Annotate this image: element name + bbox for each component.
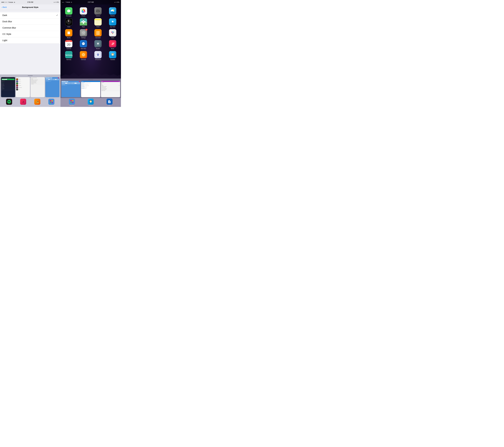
- dock-item-tweetbot-right[interactable]: Tweetbot: [88, 98, 94, 106]
- app-appstore[interactable]: App Store: [105, 18, 120, 28]
- slack-icon: S: [109, 29, 116, 37]
- app-overcast[interactable]: Overcast: [76, 50, 91, 61]
- album-row: Addicted to YouAvicii: [16, 80, 30, 82]
- svg-point-71: [83, 43, 83, 44]
- svg-point-105: [90, 101, 92, 102]
- album-thumb: [16, 84, 18, 86]
- status-bar-left: T-Mobile ⊛ 2:56 AM ➤ ⚯ 23%: [0, 0, 60, 4]
- calendar-day: 20: [65, 42, 72, 47]
- shuffle-play-button[interactable]: ▶ SHUFFLE PLAY: [2, 79, 7, 80]
- back-button[interactable]: ‹ Back: [2, 6, 7, 8]
- settings-label-cc-style: CC Style: [2, 33, 11, 36]
- app-notes[interactable]: Notes: [91, 18, 105, 28]
- svg-text:−: −: [99, 32, 99, 32]
- dock-item-overcast[interactable]: 📻 Overcast: [34, 99, 40, 106]
- drag-handle-right[interactable]: [60, 78, 121, 80]
- app-camera[interactable]: Camera: [91, 6, 105, 18]
- bluetooth-icon-right: ⚯: [115, 1, 116, 3]
- multitask-card-workflow[interactable]: My Workflow Gallery +: [61, 81, 80, 97]
- app-card-spotify[interactable]: VIRGINIA 2K16 ▶ SHUFFLE PLAY Ocean Repea…: [1, 77, 15, 97]
- svg-point-72: [84, 43, 84, 44]
- app-clock[interactable]: 12 3 6 9 Clock: [61, 18, 76, 28]
- overcast-screen: Accidental Tech Podcast 106: Minute 105:…: [31, 77, 45, 97]
- app-messages[interactable]: Messages: [61, 6, 76, 18]
- status-right-info: ➤ ⚯ 23%: [114, 1, 119, 3]
- dot1: [2, 2, 2, 3]
- left-panel: T-Mobile ⊛ 2:56 AM ➤ ⚯ 23% ‹ Back Backgr…: [0, 0, 60, 107]
- ibooks-label: iBooks: [67, 37, 71, 39]
- podcast-item: 106: Minute: [31, 78, 44, 79]
- overcast-dock-label: Overcast: [35, 105, 39, 106]
- svg-rect-100: [72, 100, 73, 101]
- notes-icon: [94, 18, 102, 25]
- calendar-label: Calendar: [66, 48, 71, 49]
- album-info: Agentis RybynSigur Ros: [18, 83, 21, 84]
- settings-label-light: Light: [2, 39, 7, 42]
- drag-pill-right: [88, 79, 93, 80]
- podcast-item: 102: Marco is Not a Platform: [31, 81, 44, 82]
- settings-icon: 1: [80, 29, 87, 37]
- workflow-right-label: Workflow: [70, 105, 74, 106]
- maps-label: Maps: [82, 26, 85, 28]
- if-item: com.apple.able.internal.plist: [101, 89, 120, 90]
- app-harmony[interactable]: Harmony Harmony: [61, 50, 76, 61]
- app-weather[interactable]: Weather: [105, 6, 120, 18]
- settings-item-dark[interactable]: Dark ✓: [0, 12, 60, 19]
- nav-title: Background Style: [22, 6, 38, 8]
- dock-item-music[interactable]: ♪ Music: [20, 99, 26, 106]
- app-1password[interactable]: 1Password: [91, 50, 105, 61]
- svg-text:280: 280: [83, 21, 84, 22]
- app-reeder[interactable]: Reeder: [91, 39, 105, 50]
- settings-item-dock-blur[interactable]: Dock Blur: [0, 19, 60, 25]
- dot2: [3, 2, 4, 3]
- drag-handle-left[interactable]: [0, 75, 60, 76]
- appstore-label: App Store: [110, 26, 115, 28]
- app-card-workflow[interactable]: My Workflow Gallery +: [45, 77, 59, 97]
- list-item: Penelope: [2, 81, 15, 82]
- settings-item-common-blur[interactable]: Common Blur: [0, 25, 60, 31]
- settings-item-light[interactable]: Light: [0, 37, 60, 43]
- app-music[interactable]: Music: [105, 39, 120, 50]
- app-ibooks[interactable]: iBooks: [61, 28, 76, 39]
- app-calculator[interactable]: +−×= Calculator: [91, 28, 105, 39]
- weather-icon: [109, 7, 116, 15]
- app-photos[interactable]: Photos: [76, 6, 91, 18]
- ifile-right-icon: [107, 98, 112, 105]
- svg-rect-102: [72, 102, 73, 103]
- dot3: [4, 2, 5, 3]
- list-item: Nocturne: [2, 86, 15, 87]
- dock-item-workflow[interactable]: Workflow: [48, 99, 54, 106]
- tweetbot-icon: [109, 51, 116, 58]
- svg-text:=: =: [99, 33, 99, 34]
- time-left: 2:56 AM: [27, 1, 33, 3]
- multitask-card-tweetbot[interactable]: Timeline @redditjailbreakWho else will b…: [81, 81, 100, 97]
- dock-item-workflow-right[interactable]: Workflow: [69, 98, 75, 106]
- ibooks-icon: [65, 29, 72, 37]
- dock-item-ifile-right[interactable]: iFile: [107, 98, 112, 106]
- app-card-overcast[interactable]: Accidental Tech Podcast 106: Minute 105:…: [31, 77, 45, 97]
- spotify-list: Ocean Repeating Penelope Sale And Sound …: [2, 80, 15, 91]
- app-slack[interactable]: S Slack: [105, 28, 120, 39]
- album-row: Album 8: [16, 89, 30, 90]
- svg-point-15: [83, 10, 84, 11]
- multitask-card-ifile[interactable]: Library Edit DashMessages› Kodi› Silees›…: [101, 81, 120, 97]
- app-alienblue[interactable]: Alien Blue: [76, 39, 91, 50]
- music-label: Music: [111, 48, 114, 49]
- svg-rect-112: [109, 102, 110, 103]
- calculator-icon: +−×=: [94, 29, 102, 37]
- if-item: Silees›: [101, 84, 120, 85]
- app-calendar[interactable]: Friday 20 Calendar: [61, 39, 76, 50]
- app-settings[interactable]: 1 Settings: [76, 28, 91, 39]
- dock-left: Spotify ♪ Music 📻 Overcast: [0, 98, 60, 107]
- slack-label: Slack: [111, 37, 114, 39]
- messages-icon: [65, 7, 72, 15]
- settings-item-cc-style[interactable]: CC Style: [0, 31, 60, 37]
- bluetooth-icon: ⚯: [55, 1, 56, 3]
- app-card-music[interactable]: Store Albums Abbey RoadThe Beatles Addic…: [16, 77, 30, 97]
- app-tweetbot[interactable]: Tweetbot: [105, 50, 120, 61]
- signal-dots: T-Mobile ⊛: [2, 1, 15, 3]
- harmony-label: Harmony: [66, 59, 71, 60]
- dock-item-spotify[interactable]: Spotify: [6, 99, 12, 106]
- time-right: 2:57 AM: [88, 1, 94, 3]
- app-maps[interactable]: 280 Maps: [76, 18, 91, 28]
